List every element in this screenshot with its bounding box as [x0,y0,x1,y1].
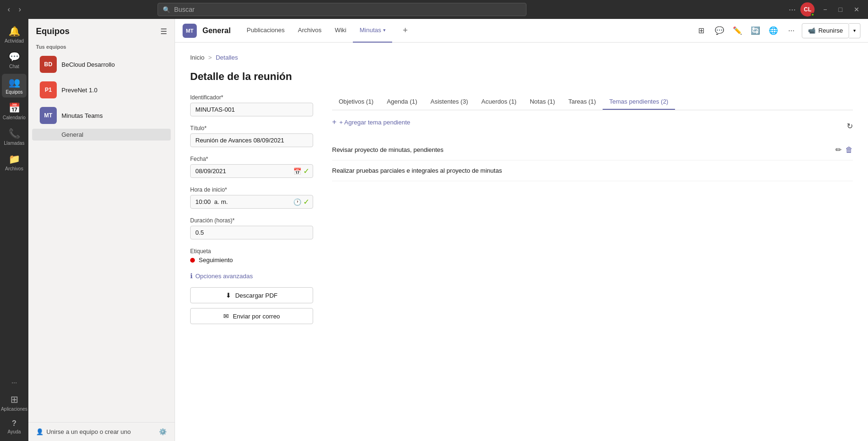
download-pdf-button[interactable]: ⬇ Descargar PDF [190,287,313,303]
team-item-minutas[interactable]: MT Minutas Teams ··· [32,103,171,128]
time-check-icon: ✓ [303,197,309,206]
actividad-icon: 🔔 [9,26,20,37]
sidebar-item-archivos[interactable]: 📁 Archivos [2,150,26,174]
sidebar-item-label-actividad: Actividad [5,38,24,44]
tab-tareas[interactable]: Tareas (1) [561,94,603,110]
reunirse-dropdown-button[interactable]: ▾ [849,23,860,38]
tab-archivos[interactable]: Archivos [291,19,328,43]
add-tab-button[interactable]: + [398,23,413,38]
team-item-becloud[interactable]: BD BeCloud Desarrollo ··· [32,52,171,77]
maximize-button[interactable]: □ [835,5,846,14]
sidebar-item-label-calendario: Calendario [3,115,26,120]
duration-label: Duración (horas)* [190,217,313,224]
channel-name-general: General [61,131,83,138]
join-team-button[interactable]: 👤 Unirse a un equipo o crear uno [36,428,131,435]
header-actions: ⊞ 💬 ✏️ 🔄 🌐 ··· 📹 Reunirse ▾ [694,23,860,38]
teams-panel-header: Equipos ☰ [28,19,175,40]
time-icons: 🕐 ✓ [293,197,309,206]
team-name-becloud: BeCloud Desarrollo [61,61,158,68]
tab-notas[interactable]: Notas (1) [523,94,561,110]
info-icon: ℹ [190,272,193,280]
more-options-button[interactable]: ··· [789,5,796,15]
sidebar-item-calendario[interactable]: 📅 Calendario [2,99,26,123]
refresh-header-button[interactable]: 🔄 [748,23,763,38]
pending-item-actions-1: ✏ 🗑 [835,145,853,154]
form-group-time: Hora de inicio* 🕐 ✓ [190,186,313,209]
page-title: Detalle de la reunión [190,71,853,83]
tab-wiki[interactable]: Wiki [328,19,353,43]
pending-item-1: Revisar proyecto de minutas, pendientes … [332,140,853,160]
search-icon: 🔍 [163,6,170,13]
sidebar-item-aplicaciones[interactable]: ⊞ Aplicaciones [2,391,26,415]
date-input-group: 📅 ✓ [190,164,313,178]
avatar[interactable]: CL [800,2,815,17]
sidebar-item-chat[interactable]: 💬 Chat [2,48,26,72]
form-group-id: Identificador* MINUTAS-001 [190,94,313,116]
pdf-btn-label: Descargar PDF [235,292,278,299]
download-icon: ⬇ [226,291,231,299]
chat-button[interactable]: 💬 [712,23,727,38]
email-btn-label: Enviar por correo [233,313,280,320]
reunirse-label: Reunirse [818,27,843,34]
time-clock-icon[interactable]: 🕐 [293,198,301,206]
nav-forward-button[interactable]: › [16,4,24,15]
team-item-prevenet[interactable]: P1 PreveNet 1.0 ··· [32,78,171,102]
tab-agenda[interactable]: Agenda (1) [380,94,424,110]
detail-form: Identificador* MINUTAS-001 Título* Reuni… [190,94,313,329]
grid-view-button[interactable]: ⊞ [694,23,709,38]
sidebar-item-label-equipos: Equipos [6,89,23,95]
sidebar-item-ayuda[interactable]: ? Ayuda [2,416,26,437]
tab-asistentes[interactable]: Asistentes (3) [424,94,474,110]
team-info-minutas: Minutas Teams [61,112,158,119]
time-label: Hora de inicio* [190,186,313,193]
channel-header: MT General Publicaciones Archivos Wiki M… [175,19,868,43]
date-check-icon: ✓ [303,167,309,176]
send-email-button[interactable]: ✉ Enviar por correo [190,308,313,324]
team-info-prevenet: PreveNet 1.0 [61,87,158,94]
form-group-duration: Duración (horas)* 0.5 [190,217,313,239]
sidebar-item-llamadas[interactable]: 📞 Llamadas [2,125,26,149]
tab-publicaciones[interactable]: Publicaciones [240,19,291,43]
filter-button[interactable]: ☰ [160,27,167,36]
channel-item-general[interactable]: General [32,129,171,141]
sidebar-item-more[interactable]: ··· [2,376,26,389]
edit-button[interactable]: ✏️ [730,23,745,38]
tag-name: Seguimiento [199,256,233,264]
refresh-button[interactable]: ↻ [847,122,853,131]
title-bar-right: ··· CL [789,2,815,17]
tag-dot [190,258,195,263]
date-icons: 📅 ✓ [293,167,309,176]
tabs-header-actions: + + Agregar tema pendiente ↻ [332,118,853,134]
breadcrumb-inicio[interactable]: Inicio [190,54,204,61]
title-label: Título* [190,125,313,132]
tab-minutas[interactable]: Minutas ▾ [353,19,392,43]
tab-acuerdos[interactable]: Acuerdos (1) [475,94,523,110]
delete-pending-1-button[interactable]: 🗑 [845,145,853,154]
reunirse-button[interactable]: 📹 Reunirse [802,23,849,38]
add-pending-button[interactable]: + + Agregar tema pendiente [332,118,410,126]
search-bar[interactable]: 🔍 Buscar [158,3,526,16]
delete-pending-2-button[interactable]: 🗑 [845,166,853,175]
detail-right: Objetivos (1) Agenda (1) Asistentes (3) … [332,94,853,329]
duration-field: 0.5 [190,226,313,239]
sidebar-item-equipos[interactable]: 👥 Equipos [2,74,26,97]
more-header-button[interactable]: ··· [784,23,799,38]
ayuda-icon: ? [12,419,17,428]
team-avatar-prevenet: P1 [40,81,57,98]
advanced-options-link[interactable]: ℹ Opciones avanzadas [190,272,313,280]
tab-objetivos[interactable]: Objetivos (1) [332,94,380,110]
edit-pending-2-button[interactable]: ✏ [835,166,842,175]
team-info-becloud: BeCloud Desarrollo [61,61,158,68]
date-calendar-icon[interactable]: 📅 [293,168,301,175]
sidebar-item-actividad[interactable]: 🔔 Actividad [2,23,26,46]
tab-temas-pendientes[interactable]: Temas pendientes (2) [603,94,675,110]
minimize-button[interactable]: − [819,5,831,14]
id-label: Identificador* [190,94,313,101]
close-button[interactable]: ✕ [850,5,863,14]
settings-button[interactable]: ⚙️ [159,428,167,435]
edit-pending-1-button[interactable]: ✏ [835,145,842,154]
archivos-icon: 📁 [9,153,20,165]
globe-button[interactable]: 🌐 [766,23,781,38]
nav-back-button[interactable]: ‹ [5,4,13,15]
main-content: MT General Publicaciones Archivos Wiki M… [175,19,868,441]
